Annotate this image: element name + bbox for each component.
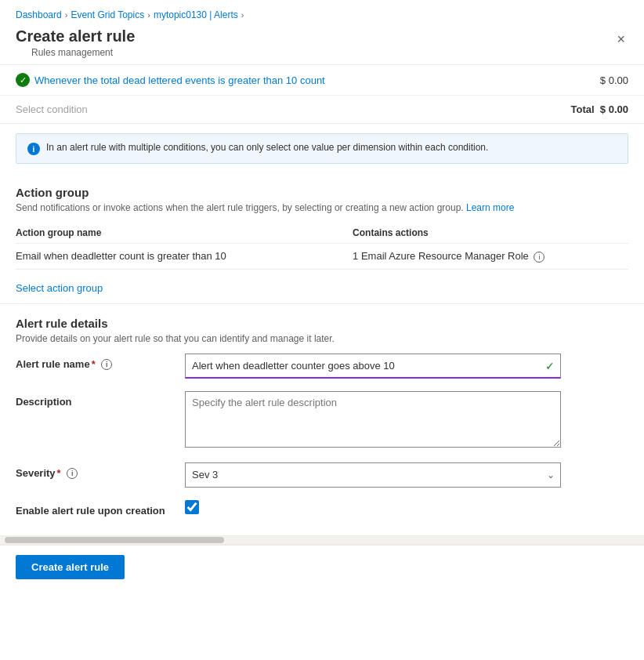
condition-link[interactable]: ✓ Whenever the total dead lettered event… <box>16 73 325 87</box>
select-action-group-link[interactable]: Select action group <box>16 282 103 294</box>
enable-rule-label: Enable alert rule upon creation <box>16 500 172 517</box>
alert-rule-name-label: Alert rule name* i <box>16 354 172 371</box>
alert-details-desc: Provide details on your alert rule so th… <box>16 333 628 344</box>
description-input[interactable] <box>185 391 561 448</box>
required-star-severity: * <box>57 467 61 479</box>
total-cost: Total $ 0.00 <box>571 103 628 115</box>
action-group-desc: Send notifications or invoke actions whe… <box>16 202 628 213</box>
condition-text: Whenever the total dead lettered events … <box>34 74 325 86</box>
create-alert-rule-button[interactable]: Create alert rule <box>16 555 125 579</box>
select-condition-row: Select condition Total $ 0.00 <box>0 96 644 124</box>
select-condition-placeholder[interactable]: Select condition <box>16 103 88 115</box>
alert-rule-name-input[interactable] <box>185 354 561 379</box>
chevron-icon-1: › <box>65 10 68 20</box>
rules-management-label: Rules management <box>16 45 135 64</box>
severity-info-icon[interactable]: i <box>67 468 78 479</box>
description-row: Description <box>16 391 628 450</box>
action-group-title: Action group <box>16 186 628 199</box>
description-label: Description <box>16 391 172 408</box>
breadcrumb-dashboard[interactable]: Dashboard <box>16 9 62 20</box>
severity-select[interactable]: Sev 0 Sev 1 Sev 2 Sev 3 Sev 4 <box>185 462 561 488</box>
scrollbar[interactable] <box>0 535 644 545</box>
action-group-name: Email when deadletter count is greater t… <box>16 244 353 270</box>
action-table: Action group name Contains actions Email… <box>16 223 628 270</box>
table-row: Email when deadletter count is greater t… <box>16 244 628 270</box>
info-banner-text: In an alert rule with multiple condition… <box>46 142 488 153</box>
alert-details-title: Alert rule details <box>16 317 628 330</box>
input-check-icon: ✓ <box>545 360 555 372</box>
severity-row: Severity* i Sev 0 Sev 1 Sev 2 Sev 3 Sev … <box>16 462 628 488</box>
info-icon: i <box>27 143 40 155</box>
alert-rule-name-row: Alert rule name* i ✓ <box>16 354 628 379</box>
footer-bar: Create alert rule <box>0 545 644 589</box>
panel: Dashboard › Event Grid Topics › mytopic0… <box>0 0 644 660</box>
description-wrap <box>185 391 628 450</box>
alert-rule-name-wrap: ✓ <box>185 354 628 379</box>
severity-select-wrap: Sev 0 Sev 1 Sev 2 Sev 3 Sev 4 ⌄ <box>185 462 561 488</box>
enable-rule-checkbox[interactable] <box>185 500 199 514</box>
scrollbar-thumb <box>5 537 224 543</box>
action-group-actions: 1 Email Azure Resource Manager Role i <box>353 244 628 270</box>
check-icon: ✓ <box>16 73 30 87</box>
page-title: Create alert rule <box>16 27 135 45</box>
col-name-header: Action group name <box>16 223 353 244</box>
breadcrumb: Dashboard › Event Grid Topics › mytopic0… <box>0 0 644 24</box>
chevron-icon-2: › <box>147 10 150 20</box>
checkbox-row <box>185 500 628 514</box>
action-info-icon[interactable]: i <box>534 252 545 263</box>
info-banner: i In an alert rule with multiple conditi… <box>16 133 628 164</box>
close-button[interactable]: × <box>613 30 628 49</box>
alert-rule-name-input-wrap: ✓ <box>185 354 561 379</box>
condition-cost: $ 0.00 <box>600 74 628 86</box>
learn-more-link[interactable]: Learn more <box>466 202 514 213</box>
breadcrumb-event-grid[interactable]: Event Grid Topics <box>71 9 144 20</box>
condition-row: ✓ Whenever the total dead lettered event… <box>0 65 644 96</box>
breadcrumb-alerts[interactable]: mytopic0130 | Alerts <box>154 9 238 20</box>
chevron-icon-3: › <box>241 10 244 20</box>
enable-rule-row: Enable alert rule upon creation <box>16 500 628 517</box>
name-info-icon[interactable]: i <box>101 359 112 370</box>
severity-wrap: Sev 0 Sev 1 Sev 2 Sev 3 Sev 4 ⌄ <box>185 462 628 488</box>
header-row: Create alert rule Rules management × <box>0 24 644 64</box>
enable-rule-wrap <box>185 500 628 514</box>
col-actions-header: Contains actions <box>353 223 628 244</box>
alert-rule-details-section: Alert rule details Provide details on yo… <box>0 304 644 535</box>
severity-label: Severity* i <box>16 462 172 480</box>
required-star-name: * <box>92 358 96 370</box>
action-group-section: Action group Send notifications or invok… <box>0 173 644 303</box>
